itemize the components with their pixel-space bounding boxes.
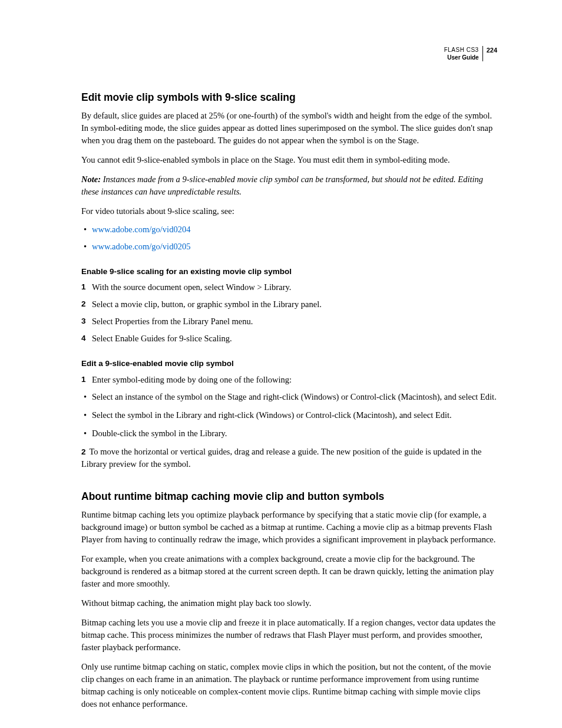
list-item: Select the symbol in the Library and rig…	[81, 409, 497, 421]
body-text: Without bitmap caching, the animation mi…	[81, 597, 497, 610]
body-text: Bitmap caching lets you use a movie clip…	[81, 617, 497, 654]
step-row: 1 Enter symbol-editing mode by doing one…	[81, 374, 497, 386]
step-row: 4 Select Enable Guides for 9-slice Scali…	[81, 332, 497, 345]
step-text: With the source document open, select Wi…	[92, 281, 497, 294]
list-item: www.adobe.com/go/vid0204	[81, 223, 497, 236]
step-row: 1 With the source document open, select …	[81, 281, 497, 294]
step-text: Select Enable Guides for 9-slice Scaling…	[92, 332, 497, 345]
body-text: You cannot edit 9-slice-enabled symbols …	[81, 154, 497, 166]
header-product: FLASH CS3	[444, 46, 479, 54]
tutorial-link-0205[interactable]: www.adobe.com/go/vid0205	[92, 242, 190, 251]
body-text: For example, when you create animations …	[81, 553, 497, 590]
subsection-title-enable: Enable 9-slice scaling for an existing m…	[81, 266, 497, 278]
header-subtitle: User Guide	[444, 54, 479, 61]
body-text: By default, slice guides are placed at 2…	[81, 110, 497, 147]
step-text: To move the horizontal or vertical guide…	[81, 447, 481, 469]
tutorial-link-0204[interactable]: www.adobe.com/go/vid0204	[92, 225, 190, 234]
body-text: Runtime bitmap caching lets you optimize…	[81, 509, 497, 546]
subsection-title-edit: Edit a 9-slice-enabled movie clip symbol	[81, 358, 497, 370]
note-body: Instances made from a 9-slice-enabled mo…	[81, 174, 483, 196]
main-content: Edit movie clip symbols with 9-slice sca…	[81, 90, 497, 710]
list-item: Double-click the symbol in the Library.	[81, 427, 497, 440]
step-text: Enter symbol-editing mode by doing one o…	[92, 374, 497, 386]
list-item: www.adobe.com/go/vid0205	[81, 241, 497, 253]
step-row: 2To move the horizontal or vertical guid…	[81, 446, 497, 470]
page-header: FLASH CS3 User Guide 224	[444, 46, 497, 61]
step-row: 3 Select Properties from the Library Pan…	[81, 315, 497, 328]
step-text: Select a movie clip, button, or graphic …	[92, 298, 497, 311]
link-list: www.adobe.com/go/vid0204 www.adobe.com/g…	[81, 223, 497, 252]
section-title-9slice: Edit movie clip symbols with 9-slice sca…	[81, 90, 497, 105]
body-text: Only use runtime bitmap caching on stati…	[81, 661, 497, 710]
list-item: Select an instance of the symbol on the …	[81, 391, 497, 403]
section-title-bitmap-caching: About runtime bitmap caching movie clip …	[81, 489, 497, 504]
note-paragraph: Note: Instances made from a 9-slice-enab…	[81, 173, 497, 198]
step-number: 2	[81, 298, 92, 311]
step-number: 3	[81, 315, 92, 328]
step-number: 4	[81, 332, 92, 345]
header-text-block: FLASH CS3 User Guide	[444, 46, 482, 61]
sub-bullet-list: Select an instance of the symbol on the …	[81, 391, 497, 440]
note-label: Note:	[81, 174, 101, 184]
step-number: 1	[81, 281, 92, 294]
page-number: 224	[482, 46, 497, 61]
step-row: 2 Select a movie clip, button, or graphi…	[81, 298, 497, 311]
body-text: For video tutorials about 9-slice scalin…	[81, 205, 497, 218]
step-text: Select Properties from the Library Panel…	[92, 315, 497, 328]
step-number: 1	[81, 374, 92, 386]
step-number: 2	[81, 447, 86, 456]
